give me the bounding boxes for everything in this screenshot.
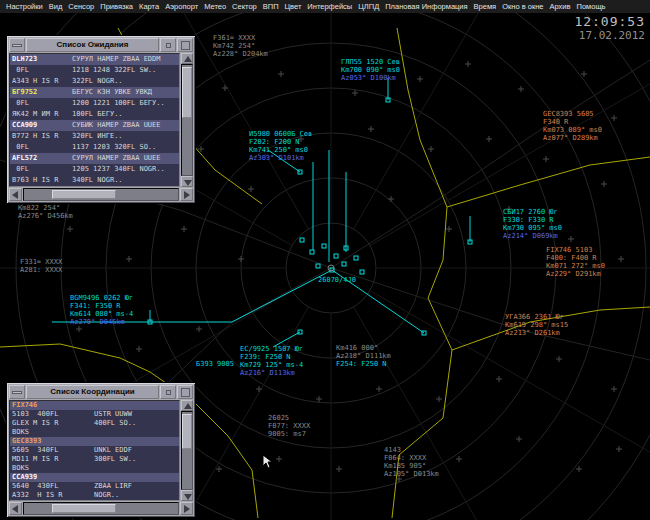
flight-header-row[interactable]: FIX746: [10, 401, 179, 410]
menu-item-12[interactable]: Плановая Информация: [382, 1, 470, 12]
track-label[interactable]: EC/9925 1507 ЮгF239: F250 NKm729 125° ms…: [240, 345, 303, 377]
flight-data-row[interactable]: MD11 M IS R300FL SW..: [10, 455, 179, 464]
flight-header-row[interactable]: CCA909СУБИК НАМЕР ZBAA UUEE: [10, 120, 179, 131]
window-menu-button[interactable]: [9, 385, 25, 399]
coordination-list-titlebar[interactable]: Список Координации: [9, 385, 193, 399]
waiting-list-titlebar[interactable]: Список Ожидания: [9, 38, 193, 52]
scroll-thumb[interactable]: [182, 414, 192, 449]
callsign[interactable]: GEC8393: [10, 437, 94, 446]
aircraft-target-symbol[interactable]: [310, 250, 314, 254]
menu-item-6[interactable]: Метео: [201, 1, 229, 12]
aircraft-target-symbol[interactable]: [342, 262, 346, 266]
row-left-text: 0FL: [10, 65, 72, 76]
waiting-hscroll[interactable]: [9, 188, 193, 201]
hscroll-thumb[interactable]: [52, 190, 117, 199]
scroll-trough[interactable]: [181, 411, 193, 490]
hscroll-thumb[interactable]: [52, 504, 117, 513]
flight-data-row[interactable]: B772 H IS R320FL ИНГЕ..: [10, 131, 179, 142]
label-line: Az218° D111km: [336, 352, 391, 360]
flight-header-row[interactable]: GEC8393: [10, 437, 179, 446]
track-label[interactable]: 26070/4J0: [318, 276, 356, 284]
flight-data-row[interactable]: 0FL1200 1221 100FL БЕГУ..: [10, 98, 179, 109]
scroll-right-button[interactable]: [180, 188, 193, 201]
hscroll-trough[interactable]: [23, 502, 179, 515]
menu-item-3[interactable]: Привязка: [97, 1, 136, 12]
window-menu-button[interactable]: [9, 38, 25, 52]
menu-item-9[interactable]: Цвет: [282, 1, 305, 12]
menu-item-0[interactable]: Настройки: [3, 1, 46, 12]
route-text: [94, 401, 179, 410]
menu-item-16[interactable]: Помощь: [574, 1, 609, 12]
flight-data-row[interactable]: B763 H IS R340FL NOGR..: [10, 175, 179, 186]
callsign[interactable]: CCA939: [10, 473, 94, 482]
maximize-button[interactable]: [177, 38, 193, 52]
aircraft-target-symbol[interactable]: [316, 264, 320, 268]
maximize-button[interactable]: [177, 385, 193, 399]
flight-data-row[interactable]: A343 H IS R322FL NOGR..: [10, 76, 179, 87]
scroll-up-button[interactable]: [181, 400, 193, 411]
menu-item-5[interactable]: Аэропорт: [162, 1, 201, 12]
scroll-thumb[interactable]: [182, 67, 192, 118]
menu-item-2[interactable]: Сенсор: [65, 1, 97, 12]
route-text: СУРУЛ НАМЕР ZBAA EDDM: [72, 54, 179, 65]
flight-data-row[interactable]: 0FL1137 1203 320FL SO..: [10, 142, 179, 153]
menu-item-10[interactable]: Интерфейсы: [304, 1, 355, 12]
track-label[interactable]: И5980 0600Б СевF202: F200 NKm741 250° ms…: [249, 130, 312, 162]
callsign[interactable]: DLH723: [10, 54, 72, 65]
menu-item-13[interactable]: Время: [471, 1, 500, 12]
minimize-button[interactable]: [160, 38, 176, 52]
menu-item-14[interactable]: Окно в окне: [499, 1, 546, 12]
flight-header-row[interactable]: БГ9752БЕГУС КЗН УВКЕ УВКД: [10, 87, 179, 98]
scroll-trough[interactable]: [181, 64, 193, 176]
track-label[interactable]: FIX746 5103F400: F400 RKm071 272° ms0Az2…: [546, 246, 605, 278]
track-label[interactable]: СБИ17 2760 ЮгF330: F330 RKm730 095° ms0A…: [503, 208, 562, 240]
menu-item-7[interactable]: Сектор: [229, 1, 260, 12]
menu-item-8[interactable]: ВПП: [260, 1, 282, 12]
callsign[interactable]: FIX746: [10, 401, 94, 410]
scroll-down-button[interactable]: [181, 176, 193, 187]
track-label[interactable]: GEC8393 5605F340 RKm073 089° ms0Az077° D…: [543, 110, 602, 142]
track-label[interactable]: УГА366 2361 ЮгKm619 298° ms15Az213° D261…: [505, 313, 568, 337]
callsign[interactable]: БГ9752: [10, 87, 72, 98]
scroll-left-button[interactable]: [9, 188, 22, 201]
callsign[interactable]: AFL572: [10, 153, 72, 164]
flight-data-row[interactable]: 0FL1205 1237 340FL NOGR..: [10, 164, 179, 175]
flight-data-row[interactable]: A332 H IS RNOGR..: [10, 491, 179, 500]
menu-item-1[interactable]: Вид: [46, 1, 66, 12]
callsign[interactable]: CCA909: [10, 120, 72, 131]
scroll-right-button[interactable]: [180, 502, 193, 515]
flight-data-row[interactable]: ЯК42 М ИМ R100FL БЕГУ..: [10, 109, 179, 120]
aircraft-target-symbol[interactable]: [354, 256, 358, 260]
track-label[interactable]: Б393 9005: [196, 360, 234, 368]
menu-item-15[interactable]: Архив: [547, 1, 574, 12]
aircraft-target-symbol[interactable]: [334, 254, 338, 258]
aircraft-target-symbol[interactable]: [360, 270, 364, 274]
menu-item-4[interactable]: Карта: [136, 1, 162, 12]
flight-data-row[interactable]: 5640 430FLZBAA LIRF: [10, 482, 179, 491]
flight-header-row[interactable]: DLH723СУРУЛ НАМЕР ZBAA EDDM: [10, 54, 179, 65]
flight-header-row[interactable]: AFL572СУРУЛ НАМЕР ZBAA UUEE: [10, 153, 179, 164]
menu-item-11[interactable]: ЦЛПД: [355, 1, 382, 12]
label-line: A281: XXXX: [20, 266, 62, 274]
scroll-down-button[interactable]: [181, 490, 193, 501]
row-right-text: 400FL SO..: [94, 419, 179, 428]
scroll-left-button[interactable]: [9, 502, 22, 515]
flight-header-row[interactable]: CCA939: [10, 473, 179, 482]
aircraft-target-symbol[interactable]: [300, 238, 304, 242]
track-label[interactable]: ГЛП55 1520 СевKm700 090° ms0Az053° D100k…: [341, 58, 400, 82]
hscroll-trough[interactable]: [23, 188, 179, 201]
flight-data-row[interactable]: 5605 340FLUNKL EDDF: [10, 446, 179, 455]
track-label[interactable]: BGM9496 0262 ЮгF341: F350 RKm614 080° ms…: [70, 294, 133, 326]
scroll-up-button[interactable]: [181, 53, 193, 64]
minimize-button[interactable]: [160, 385, 176, 399]
flight-data-row[interactable]: GLEX M IS R400FL SO..: [10, 419, 179, 428]
coordination-vscroll[interactable]: [181, 400, 193, 501]
flight-data-row[interactable]: 0FL1218 1248 322FL SW..: [10, 65, 179, 76]
waiting-vscroll[interactable]: [181, 53, 193, 187]
flight-data-row[interactable]: BOKS: [10, 428, 179, 437]
coordination-hscroll[interactable]: [9, 502, 193, 515]
aircraft-target-symbol[interactable]: [322, 244, 326, 248]
flight-data-row[interactable]: BOKS: [10, 464, 179, 473]
label-line: Km700 090° ms0: [341, 66, 400, 74]
flight-data-row[interactable]: 5103 400FLUSTR UUWW: [10, 410, 179, 419]
